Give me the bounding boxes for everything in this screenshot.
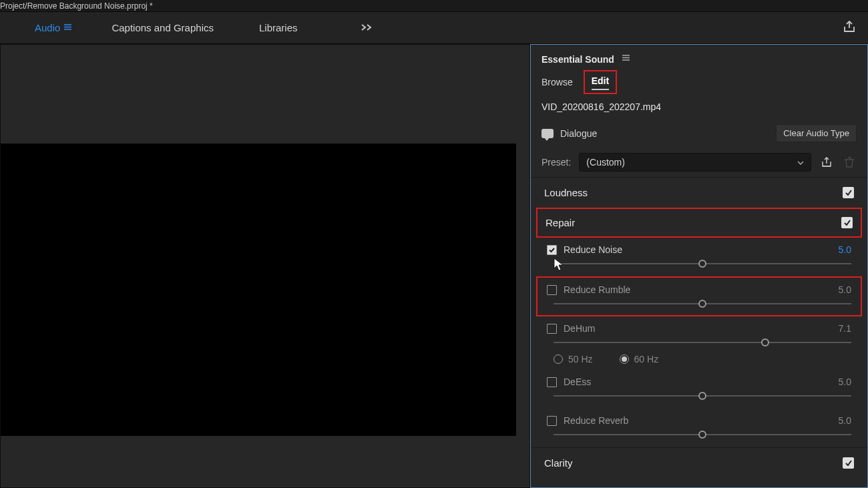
hz-50-radio[interactable]: 50 Hz <box>554 354 593 364</box>
deess-slider-thumb[interactable] <box>698 392 706 400</box>
loudness-checkbox[interactable] <box>843 187 854 198</box>
cursor-icon <box>554 258 564 271</box>
reduce-noise-label: Reduce Noise <box>564 244 839 255</box>
panel-menu-icon[interactable] <box>621 53 631 65</box>
dehum-control: DeHum 7.1 <box>531 316 867 347</box>
reduce-reverb-control: Reduce Reverb 5.0 <box>531 409 867 447</box>
export-icon[interactable] <box>843 20 856 36</box>
overflow-icon[interactable] <box>361 22 373 34</box>
highlight-reduce-rumble: Reduce Rumble 5.0 <box>536 276 862 316</box>
project-title: Project/Remove Background Noise.prproj * <box>0 1 153 11</box>
repair-checkbox[interactable] <box>841 217 853 228</box>
dehum-checkbox[interactable] <box>547 324 557 334</box>
highlight-edit-tab: Edit <box>584 70 617 94</box>
dialogue-icon <box>541 129 554 138</box>
workspace-captions[interactable]: Captions and Graphics <box>102 12 223 43</box>
reduce-rumble-value[interactable]: 5.0 <box>839 284 851 295</box>
preset-dropdown[interactable]: (Custom) <box>579 153 811 172</box>
deess-slider[interactable] <box>554 395 851 397</box>
reduce-reverb-slider[interactable] <box>554 434 851 435</box>
reduce-noise-value[interactable]: 5.0 <box>839 244 851 255</box>
reduce-reverb-value[interactable]: 5.0 <box>839 415 851 426</box>
dehum-slider-thumb[interactable] <box>761 338 769 346</box>
reduce-noise-checkbox[interactable] <box>547 245 557 255</box>
workspace-libraries[interactable]: Libraries <box>250 12 307 43</box>
tab-browse[interactable]: Browse <box>541 74 573 90</box>
deess-value[interactable]: 5.0 <box>839 377 851 387</box>
video-preview <box>1 144 516 436</box>
dehum-slider[interactable] <box>554 342 851 343</box>
deess-control: DeEss 5.0 <box>531 370 867 409</box>
clear-audio-type-button[interactable]: Clear Audio Type <box>776 124 857 142</box>
title-bar: Project/Remove Background Noise.prproj * <box>0 0 868 12</box>
clip-filename: VID_20200816_202207.mp4 <box>531 92 867 119</box>
panel-title: Essential Sound <box>541 54 614 65</box>
workspace-menu-bar: Audio Captions and Graphics Libraries <box>0 12 868 44</box>
program-monitor <box>0 44 530 488</box>
reduce-rumble-label: Reduce Rumble <box>564 284 839 295</box>
chevron-down-icon <box>797 159 804 166</box>
delete-preset-icon[interactable] <box>842 155 857 170</box>
preset-label: Preset: <box>541 157 571 168</box>
loudness-section[interactable]: Loudness <box>531 177 867 208</box>
workspace-audio[interactable]: Audio <box>25 12 82 43</box>
reduce-noise-slider-thumb[interactable] <box>698 260 706 268</box>
deess-label: DeEss <box>564 377 839 387</box>
reduce-reverb-label: Reduce Reverb <box>564 415 839 426</box>
dehum-value[interactable]: 7.1 <box>839 323 851 334</box>
clarity-section[interactable]: Clarity <box>531 447 867 478</box>
reduce-rumble-slider[interactable] <box>554 303 851 304</box>
essential-sound-panel: Essential Sound Browse Edit VID_20200816… <box>530 44 868 488</box>
hamburger-icon[interactable] <box>63 22 73 34</box>
dehum-label: DeHum <box>564 323 839 334</box>
reduce-rumble-slider-thumb[interactable] <box>698 300 706 308</box>
audio-type: Dialogue <box>560 128 769 139</box>
reduce-reverb-slider-thumb[interactable] <box>698 431 706 439</box>
reduce-rumble-checkbox[interactable] <box>547 285 557 295</box>
reduce-noise-control: Reduce Noise 5.0 <box>531 238 867 276</box>
repair-section-header[interactable]: Repair <box>536 208 862 238</box>
save-preset-icon[interactable] <box>819 155 834 170</box>
clarity-checkbox[interactable] <box>843 457 854 469</box>
reduce-reverb-checkbox[interactable] <box>547 416 557 426</box>
deess-checkbox[interactable] <box>547 377 557 387</box>
reduce-noise-slider[interactable] <box>554 263 851 264</box>
hz-60-radio[interactable]: 60 Hz <box>620 354 659 364</box>
tab-edit[interactable]: Edit <box>592 73 609 90</box>
